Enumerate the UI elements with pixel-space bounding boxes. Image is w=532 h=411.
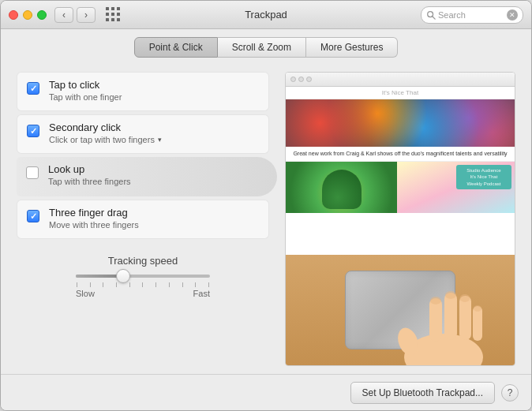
nav-buttons: ‹ › xyxy=(54,7,96,23)
secondary-click-title: Secondary click xyxy=(49,121,162,133)
traffic-lights xyxy=(9,10,47,20)
svg-rect-6 xyxy=(459,296,471,340)
three-finger-drag-row: Three finger drag Move with three finger… xyxy=(17,200,269,239)
site-name-strip: It's Nice That xyxy=(286,87,515,99)
site-hero-colorful xyxy=(286,99,515,147)
titlebar: ‹ › Trackpad Search ✕ xyxy=(1,1,531,29)
secondary-click-text: Secondary click Click or tap with two fi… xyxy=(49,121,162,144)
settings-panel: Tap to click Tap with one finger Seconda… xyxy=(17,72,269,366)
tab-scroll-zoom[interactable]: Scroll & Zoom xyxy=(218,37,306,58)
three-finger-drag-checkbox[interactable] xyxy=(25,208,41,224)
svg-point-10 xyxy=(460,294,470,302)
look-up-desc: Tap with three fingers xyxy=(48,177,131,186)
look-up-title: Look up xyxy=(48,163,131,175)
browser-chrome xyxy=(286,73,515,87)
site-images-row: Studio Audience It's Nice That Weekly Po… xyxy=(286,162,515,213)
preview-browser: It's Nice That Great new work from Craig… xyxy=(286,73,515,365)
website-content: It's Nice That Great new work from Craig… xyxy=(286,87,515,255)
tap-to-click-text: Tap to click Tap with one finger xyxy=(49,79,122,102)
slider-slow-label: Slow xyxy=(76,289,95,298)
slider-labels: Slow Fast xyxy=(76,289,210,298)
secondary-click-checkbox[interactable] xyxy=(25,123,41,139)
tap-to-click-row: Tap to click Tap with one finger xyxy=(17,72,269,111)
hand-svg xyxy=(388,263,499,365)
close-button[interactable] xyxy=(9,10,18,20)
svg-point-9 xyxy=(445,291,456,299)
tap-to-click-title: Tap to click xyxy=(49,79,122,91)
maximize-button[interactable] xyxy=(37,10,47,20)
secondary-click-desc: Click or tap with two fingers ▾ xyxy=(49,135,162,144)
tab-more-gestures[interactable]: More Gestures xyxy=(306,37,398,58)
three-finger-drag-desc: Move with three fingers xyxy=(49,220,139,230)
secondary-click-dropdown-arrow[interactable]: ▾ xyxy=(158,136,162,144)
main-window: ‹ › Trackpad Search ✕ Point & Click Scro… xyxy=(0,0,532,411)
svg-rect-5 xyxy=(444,293,457,340)
svg-point-8 xyxy=(430,297,441,305)
slider-fast-label: Fast xyxy=(193,289,210,298)
bluetooth-setup-button[interactable]: Set Up Bluetooth Trackpad... xyxy=(350,382,495,404)
minimize-button[interactable] xyxy=(23,10,32,20)
svg-rect-4 xyxy=(429,298,442,342)
slider-thumb[interactable] xyxy=(116,269,130,283)
slider-ticks xyxy=(76,282,210,287)
help-button[interactable]: ? xyxy=(501,384,519,402)
hand-trackpad-preview xyxy=(286,255,515,365)
forward-button[interactable]: › xyxy=(77,7,96,23)
tracking-speed-label: Tracking speed xyxy=(24,255,261,267)
tab-point-click[interactable]: Point & Click xyxy=(134,37,218,58)
secondary-click-row: Secondary click Click or tap with two fi… xyxy=(17,114,269,154)
tap-to-click-checkbox[interactable] xyxy=(25,80,41,96)
apps-button[interactable] xyxy=(102,4,124,26)
site-image-right: Studio Audience It's Nice That Weekly Po… xyxy=(397,162,515,213)
look-up-checkbox[interactable] xyxy=(24,165,40,181)
site-image-left xyxy=(286,162,397,213)
look-up-text: Look up Tap with three fingers xyxy=(48,163,131,186)
plant-decoration xyxy=(322,170,362,209)
preview-panel: It's Nice That Great new work from Craig… xyxy=(285,72,515,366)
three-finger-drag-title: Three finger drag xyxy=(49,207,139,219)
three-finger-drag-text: Three finger drag Move with three finger… xyxy=(49,207,139,230)
site-body-text: Great new work from Craig & Karl shows o… xyxy=(286,147,515,162)
tab-bar: Point & Click Scroll & Zoom More Gesture… xyxy=(1,29,531,64)
search-icon xyxy=(426,10,436,20)
search-bar[interactable]: Search ✕ xyxy=(421,6,523,24)
search-placeholder: Search xyxy=(438,10,507,20)
svg-line-1 xyxy=(433,16,435,18)
content-area: Tap to click Tap with one finger Seconda… xyxy=(1,64,531,374)
window-title: Trackpad xyxy=(245,9,287,21)
slider-track xyxy=(76,275,210,278)
footer: Set Up Bluetooth Trackpad... ? xyxy=(1,374,531,410)
look-up-row: Look up Tap with three fingers xyxy=(17,157,277,196)
site-badge: Studio Audience It's Nice That Weekly Po… xyxy=(456,165,511,189)
site-hero xyxy=(286,99,515,147)
tracking-speed-section: Tracking speed Slow Fast xyxy=(17,255,269,298)
tap-to-click-desc: Tap with one finger xyxy=(49,92,122,102)
tracking-speed-slider[interactable]: Slow Fast xyxy=(76,275,210,298)
search-clear-button[interactable]: ✕ xyxy=(507,9,518,21)
back-button[interactable]: ‹ xyxy=(54,7,73,23)
svg-point-11 xyxy=(474,305,481,312)
